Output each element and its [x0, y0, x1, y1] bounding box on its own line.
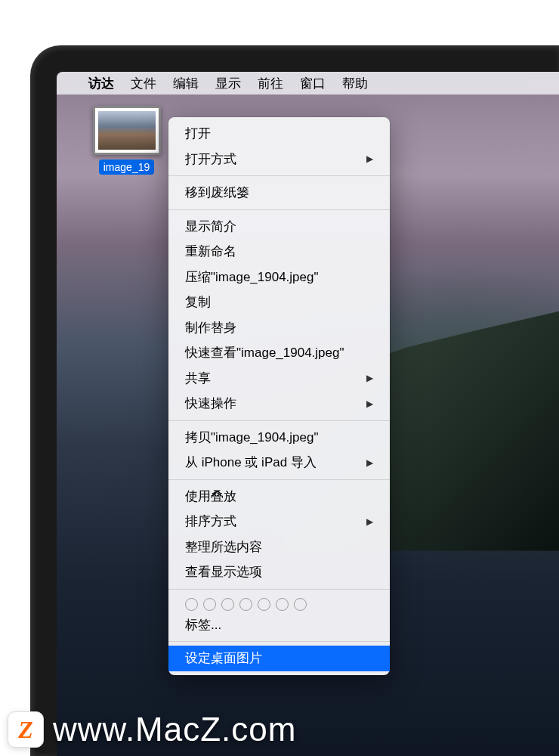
- menu-separator: [168, 479, 390, 480]
- chevron-right-icon: ▶: [366, 456, 373, 469]
- laptop-frame: 访达 文件 编辑 显示 前往 窗口 帮助 image_19 打开 打开方式▶ 移…: [30, 45, 559, 756]
- chevron-right-icon: ▶: [366, 397, 373, 411]
- menu-open-with[interactable]: 打开方式▶: [168, 147, 390, 172]
- menu-label: 打开: [185, 124, 211, 144]
- file-label: image_19: [99, 160, 155, 175]
- watermark: Z www.MacZ.com: [0, 703, 559, 756]
- menu-copy[interactable]: 拷贝"image_1904.jpeg": [168, 425, 390, 451]
- tag-dot[interactable]: [203, 598, 216, 611]
- desktop-screen: 访达 文件 编辑 显示 前往 窗口 帮助 image_19 打开 打开方式▶ 移…: [57, 72, 559, 756]
- menu-import-from-device[interactable]: 从 iPhone 或 iPad 导入▶: [168, 450, 390, 476]
- menu-label: 共享: [185, 369, 211, 389]
- menu-label: 整理所选内容: [185, 538, 262, 557]
- menu-label: 制作替身: [185, 318, 236, 338]
- tag-dot[interactable]: [294, 598, 307, 611]
- menu-label: 设定桌面图片: [185, 649, 262, 668]
- menu-set-desktop-picture[interactable]: 设定桌面图片: [168, 646, 390, 671]
- thumbnail-image: [98, 111, 156, 150]
- chevron-right-icon: ▶: [366, 515, 373, 528]
- menu-tags[interactable]: 标签...: [168, 612, 390, 638]
- menu-compress[interactable]: 压缩"image_1904.jpeg": [168, 265, 390, 290]
- menu-label: 压缩"image_1904.jpeg": [185, 268, 319, 287]
- menu-label: 复制: [185, 293, 211, 312]
- menubar-edit[interactable]: 编辑: [173, 75, 199, 92]
- menu-show-view-options[interactable]: 查看显示选项: [168, 559, 390, 585]
- menu-make-alias[interactable]: 制作替身: [168, 315, 390, 341]
- file-thumbnail: [93, 106, 161, 155]
- menu-quick-look[interactable]: 快速查看"image_1904.jpeg": [168, 340, 390, 366]
- menu-open[interactable]: 打开: [168, 121, 390, 147]
- menu-label: 标签...: [185, 615, 221, 635]
- watermark-text: www.MacZ.com: [53, 711, 296, 748]
- menu-label: 重新命名: [185, 242, 236, 262]
- menubar-window[interactable]: 窗口: [300, 75, 326, 92]
- menu-label: 显示简介: [185, 217, 236, 237]
- menu-use-stacks[interactable]: 使用叠放: [168, 484, 390, 510]
- tag-dot[interactable]: [258, 598, 270, 611]
- desktop-file-icon[interactable]: image_19: [91, 106, 162, 178]
- menu-label: 移到废纸篓: [185, 183, 249, 203]
- menubar-help[interactable]: 帮助: [342, 75, 368, 92]
- tag-dot[interactable]: [276, 598, 289, 611]
- menu-label: 打开方式: [185, 150, 236, 169]
- menu-separator: [168, 175, 390, 176]
- menu-separator: [168, 420, 390, 421]
- tag-dot[interactable]: [185, 598, 198, 611]
- menu-separator: [168, 209, 390, 210]
- menu-label: 排序方式: [185, 512, 236, 531]
- tag-dot[interactable]: [239, 598, 252, 611]
- menubar-go[interactable]: 前往: [258, 75, 283, 92]
- menu-label: 拷贝"image_1904.jpeg": [185, 428, 319, 448]
- watermark-badge-icon: Z: [8, 711, 44, 748]
- tag-dot[interactable]: [221, 598, 234, 611]
- chevron-right-icon: ▶: [366, 152, 373, 166]
- menu-quick-actions[interactable]: 快速操作▶: [168, 391, 390, 417]
- menubar-file[interactable]: 文件: [131, 75, 156, 92]
- tag-color-row: [168, 593, 390, 612]
- menu-duplicate[interactable]: 复制: [168, 290, 390, 315]
- menu-sort-by[interactable]: 排序方式▶: [168, 509, 390, 534]
- menu-trash[interactable]: 移到废纸篓: [168, 180, 390, 206]
- menu-get-info[interactable]: 显示简介: [168, 214, 390, 240]
- menu-label: 查看显示选项: [185, 562, 262, 582]
- context-menu: 打开 打开方式▶ 移到废纸篓 显示简介 重新命名 压缩"image_1904.j…: [168, 117, 390, 675]
- menubar: 访达 文件 编辑 显示 前往 窗口 帮助: [57, 72, 559, 94]
- chevron-right-icon: ▶: [366, 371, 373, 385]
- menu-clean-up-selection[interactable]: 整理所选内容: [168, 534, 390, 560]
- menu-label: 使用叠放: [185, 487, 236, 507]
- menu-separator: [168, 641, 390, 642]
- menu-rename[interactable]: 重新命名: [168, 239, 390, 265]
- menu-label: 快速操作: [185, 394, 236, 414]
- menu-label: 快速查看"image_1904.jpeg": [185, 343, 344, 363]
- menu-label: 从 iPhone 或 iPad 导入: [185, 453, 317, 472]
- menu-separator: [168, 589, 390, 590]
- menu-share[interactable]: 共享▶: [168, 366, 390, 392]
- menubar-view[interactable]: 显示: [215, 75, 241, 92]
- menubar-app[interactable]: 访达: [88, 75, 114, 92]
